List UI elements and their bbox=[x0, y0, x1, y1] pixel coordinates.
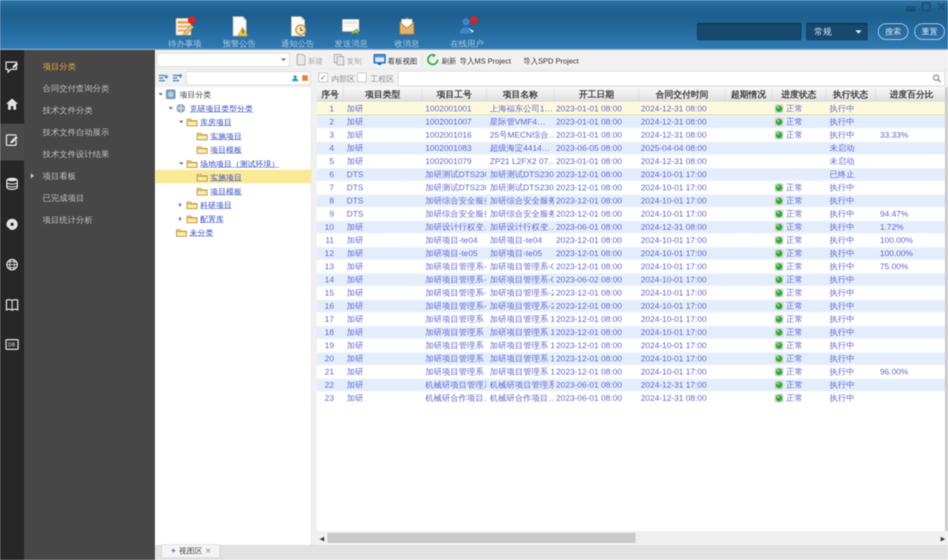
svg-text:DB: DB bbox=[8, 342, 15, 348]
